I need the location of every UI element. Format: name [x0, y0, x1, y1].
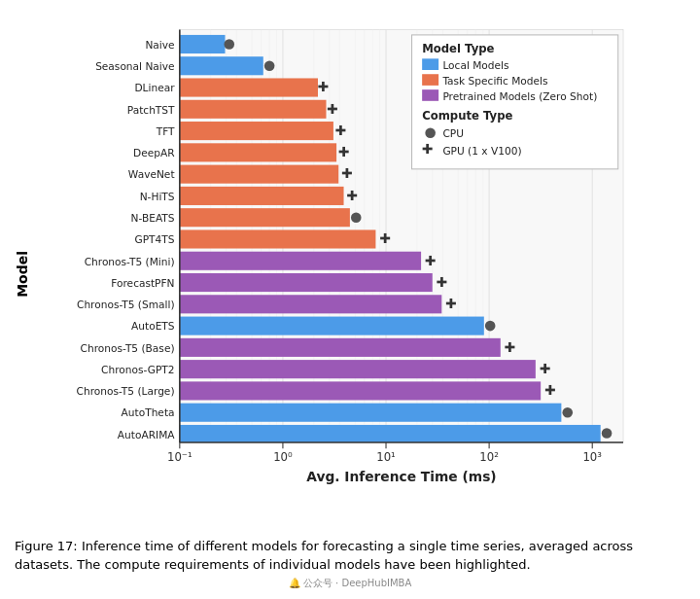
- bar-tft: [180, 122, 333, 140]
- bar-autotheta: [180, 404, 562, 422]
- bar-autoets: [180, 317, 484, 335]
- chart-area: Model: [10, 19, 690, 529]
- bar-seasonal-naive: [180, 56, 263, 75]
- symbol-tft-gpu: ✚: [335, 123, 347, 138]
- legend-cpu: CPU: [442, 127, 464, 139]
- symbol-nbeats-cpu: [351, 212, 362, 223]
- x-tick-1000: 10³: [582, 450, 602, 464]
- bar-nbeats: [180, 208, 350, 227]
- symbol-nhits-gpu: ✚: [346, 188, 358, 203]
- ylabel-dlinear: DLinear: [134, 82, 175, 93]
- chart-container: Model: [10, 10, 690, 599]
- bar-dlinear: [180, 78, 318, 96]
- svg-rect-39: [422, 89, 438, 101]
- chart-svg: ✚ ✚ ✚ ✚ ✚ ✚: [30, 19, 690, 525]
- symbol-seasonal-naive-cpu: [264, 60, 275, 71]
- bar-forecastpfn: [180, 273, 433, 292]
- legend-local-models: Local Models: [442, 59, 508, 71]
- svg-rect-38: [422, 74, 438, 86]
- symbol-chronos-mini-gpu: ✚: [425, 253, 437, 268]
- bar-chronos-mini: [180, 252, 421, 270]
- bar-nhits: [180, 187, 344, 205]
- legend-task-specific: Task Specific Models: [441, 75, 547, 87]
- symbol-autoarima-cpu: [602, 428, 612, 439]
- svg-point-40: [425, 127, 436, 138]
- ylabel-tft: TFT: [156, 125, 175, 137]
- ylabel-chronos-gpt2: Chronos-GPT2: [101, 364, 174, 375]
- bar-gpt4ts: [180, 229, 376, 248]
- symbol-chronos-small-gpu: ✚: [445, 296, 457, 311]
- ylabel-nhits: N-HiTS: [140, 191, 175, 202]
- bar-deepar: [180, 143, 336, 161]
- watermark: 🔔 公众号 · DeepHubIMBA: [10, 577, 690, 590]
- ylabel-nbeats: N-BEATS: [131, 212, 175, 224]
- bar-chronos-base: [180, 338, 501, 357]
- symbol-gpt4ts-gpu: ✚: [379, 230, 391, 246]
- legend-pretrained: Pretrained Models (Zero Shot): [442, 90, 597, 102]
- ylabel-naive: Naive: [145, 39, 174, 51]
- x-tick-0.1: 10⁻¹: [167, 450, 192, 464]
- symbol-chronos-large-gpu: ✚: [544, 382, 556, 398]
- legend-model-type-title: Model Type: [422, 42, 494, 55]
- ylabel-deepar: DeepAR: [133, 147, 175, 159]
- ylabel-chronos-large: Chronos-T5 (Large): [77, 385, 175, 397]
- bar-autoarima: [180, 425, 601, 442]
- svg-rect-37: [422, 58, 438, 70]
- x-tick-1: 10⁰: [273, 450, 293, 464]
- ylabel-autotheta: AutoTheta: [122, 406, 175, 418]
- legend-gpu-symbol: ✚: [422, 141, 434, 157]
- figure-caption: Figure 17: Inference time of different m…: [10, 537, 690, 575]
- bar-naive: [180, 35, 226, 53]
- bar-chronos-large: [180, 381, 541, 400]
- x-axis-label: Avg. Inference Time (ms): [306, 469, 496, 484]
- symbol-autoets-cpu: [485, 321, 496, 332]
- ylabel-chronos-mini: Chronos-T5 (Mini): [85, 256, 175, 267]
- ylabel-gpt4ts: GPT4TS: [135, 233, 175, 245]
- symbol-dlinear-gpu: ✚: [318, 79, 330, 94]
- symbol-wavenet-gpu: ✚: [341, 165, 353, 181]
- symbol-chronos-gpt2-gpu: ✚: [540, 361, 551, 376]
- ylabel-chronos-base: Chronos-T5 (Base): [81, 342, 175, 354]
- ylabel-wavenet: WaveNet: [128, 168, 175, 180]
- legend-compute-type-title: Compute Type: [422, 109, 512, 123]
- ylabel-seasonal-naive: Seasonal Naive: [95, 60, 174, 72]
- bar-patchtst: [180, 100, 327, 119]
- x-tick-10: 10¹: [376, 450, 396, 464]
- y-axis-label: Model: [10, 19, 30, 529]
- bar-chronos-small: [180, 295, 441, 313]
- ylabel-chronos-small: Chronos-T5 (Small): [77, 299, 175, 310]
- ylabel-forecastpfn: ForecastPFN: [111, 277, 174, 289]
- symbol-patchtst-gpu: ✚: [327, 101, 338, 117]
- symbol-forecastpfn-gpu: ✚: [437, 274, 448, 290]
- bar-chronos-gpt2: [180, 360, 536, 378]
- ylabel-autoets: AutoETS: [131, 320, 175, 332]
- ylabel-autoarima: AutoARIMA: [118, 429, 175, 440]
- ylabel-patchtst: PatchTST: [127, 104, 175, 116]
- symbol-deepar-gpu: ✚: [338, 144, 350, 159]
- chart-inner: ✚ ✚ ✚ ✚ ✚ ✚: [30, 19, 690, 529]
- bar-wavenet: [180, 165, 338, 184]
- symbol-naive-cpu: [224, 39, 234, 50]
- x-tick-100: 10²: [479, 450, 499, 464]
- legend-gpu: GPU (1 x V100): [442, 145, 521, 157]
- symbol-autotheta-cpu: [562, 407, 573, 418]
- symbol-chronos-base-gpu: ✚: [505, 339, 516, 355]
